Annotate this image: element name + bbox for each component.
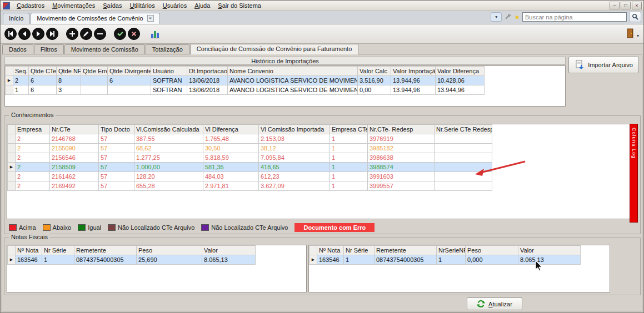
search-button[interactable] [629,12,641,22]
tab-current-label: Movimento de Comissões de Convênio [37,15,143,22]
confirm-button[interactable] [114,28,126,40]
last-record-button[interactable] [46,28,58,40]
maximize-button[interactable]: □ [621,2,631,9]
cancel-button[interactable] [128,28,140,40]
menu-sair-do-sistema[interactable]: Sair do Sistema [214,1,265,10]
menu-ajuda[interactable]: Ajuda [191,1,214,10]
col-dt-importacao[interactable]: Dt.Importacao [187,67,228,76]
chevron-down-icon[interactable]: ▾ [491,12,502,22]
atualizar-button[interactable]: Atualizar [467,297,522,310]
tab-movimento-comissoes[interactable]: Movimento de Comissões de Convênio × [31,13,159,24]
conhecimento-row[interactable]: 2 2156546 57 1.277,25 5.818,59 7.095,84 … [8,153,492,163]
col-usuario[interactable]: Usuário [151,67,187,76]
importar-arquivo-label: Importar Arquivo [588,62,633,68]
minimize-button[interactable]: – [610,2,620,9]
col-empresa-cte[interactable]: Empresa CTe [330,125,368,134]
col-no-nota[interactable]: Nº Nota [317,246,344,255]
plus-icon [69,31,76,37]
historico-title: Histórico de Importações [4,57,566,65]
toolbar-dropdown-icon[interactable]: ▾ [637,33,639,38]
chart-button[interactable] [148,27,162,41]
col-vl-comissao-calculada[interactable]: Vl.Comissão Calculada [134,125,203,134]
tab-conciliacao[interactable]: Conciliação de Comissão de Convênio para… [190,44,358,54]
notas-right-header-row: Nº Nota Nr Série Remetente NrSerieNF Pes… [309,246,581,255]
edit-record-button[interactable] [80,28,92,40]
conhecimento-row[interactable]: 2 2161462 57 128,20 484,03 612,23 1 3991… [8,172,492,181]
col-seq[interactable]: Seq. [13,67,29,76]
col-nr-serie-cte-redesp[interactable]: Nr.Serie CTe Redesp [435,125,492,134]
legend-nao-localizado2-color [201,224,209,231]
col-qtde-cte[interactable]: Qtde CTe [29,67,57,76]
star-icon[interactable]: ★ [514,14,520,21]
col-nrserienf[interactable]: NrSerieNF [437,246,466,255]
col-empresa[interactable]: Empresa [16,125,50,134]
col-valor-importacao[interactable]: Valor Importação [391,67,436,76]
notas-right-grid: Nº Nota Nr Série Remetente NrSerieNF Pes… [308,245,610,292]
menu-cadastros[interactable]: Cadastros [13,1,48,10]
search-input[interactable] [522,12,627,22]
col-qtde-nf[interactable]: Qtde NF [57,67,81,76]
col-peso[interactable]: Peso [466,246,518,255]
historico-row[interactable]: ▶ 2 6 8 6 SOFTRAN 13/06/2018 AVANCO LOGI… [6,76,485,85]
col-vl-diferenca[interactable]: Vl Diferença [203,125,259,134]
col-valor-calc[interactable]: Valor Calc [358,67,391,76]
conhecimento-row-selected[interactable]: ▶ 2 2158509 57 1.000,00 581,35 418,65 1 … [8,163,492,172]
tab-totalizacao[interactable]: Totalização [146,44,189,54]
tab-filtros[interactable]: Filtros [34,44,64,54]
col-qtde-divirgentes[interactable]: Qtde Divirgentes [108,67,151,76]
current-row-marker-icon: ▶ [8,255,16,265]
conhecimento-row[interactable]: 2 2155090 57 68,62 30,50 38,12 1 3985182 [8,144,492,153]
col-no-nota[interactable]: Nº Nota [16,246,42,255]
col-valor[interactable]: Valor [202,246,256,255]
nota-row[interactable]: ▶ 163546 1 08743754000305 1 0,000 8.065,… [309,255,581,265]
window-controls: – □ × [608,2,642,9]
exit-door-icon[interactable] [626,28,635,40]
col-peso[interactable]: Peso [137,246,202,255]
tab-close-icon[interactable]: × [147,15,154,22]
tab-movimento-de-comissao[interactable]: Movimento de Comissão [64,44,145,54]
notas-left-grid: Nº Nota Nr Série Remetente Peso Valor ▶ … [7,245,307,292]
tab-dados[interactable]: Dados [2,44,33,54]
col-valor-diferenca[interactable]: Valor Diferença [436,67,485,76]
importar-arquivo-button[interactable]: Importar Arquivo [568,57,639,73]
menu-movimentacoes[interactable]: Movimentações [48,1,99,10]
col-qtde-erro[interactable]: Qtde Erro [81,67,108,76]
conhecimento-row[interactable]: 2 2146768 57 387,55 1.765,48 2.153,03 1 … [8,134,492,144]
col-vl-comissao-importada[interactable]: Vl Comissão Importada [259,125,330,134]
bar-chart-icon [150,29,160,39]
conhecimentos-grid: Empresa Nr.CTe Tipo Docto Vl.Comissão Ca… [7,124,630,219]
col-nr-cte-redesp[interactable]: Nr.CTe- Redesp [368,125,435,134]
nota-row[interactable]: ▶ 163546 1 08743754000305 25,690 8.065,1… [8,255,256,265]
notas-fiscais-group-label: Notas Fiscais [9,234,50,240]
conhecimentos-group-label: Conhecimentos [9,112,56,118]
historico-header-row: Seq. Qtde CTe Qtde NF Qtde Erro Qtde Div… [6,67,485,76]
col-nr-serie[interactable]: Nr Série [42,246,74,255]
historico-grid: Seq. Qtde CTe Qtde NF Qtde Erro Qtde Div… [4,65,566,107]
first-record-button[interactable] [4,28,17,40]
menu-usuarios[interactable]: Usuários [159,1,191,10]
tab-inicio[interactable]: Início [3,13,29,24]
delete-record-button[interactable] [94,28,106,40]
close-button[interactable]: × [632,2,642,9]
current-row-marker-icon: ▶ [309,255,317,265]
legend-nao-localizado1-label: Não Localizado CTe Arquivo [118,224,194,231]
wrench-icon[interactable] [504,13,512,22]
conhecimentos-header-row: Empresa Nr.CTe Tipo Docto Vl.Comissão Ca… [8,125,492,134]
col-nr-cte[interactable]: Nr.CTe [50,125,99,134]
toolbar: ▾ [1,24,643,44]
col-remetente[interactable]: Remetente [74,246,137,255]
next-record-button[interactable] [32,28,44,40]
menu-saidas[interactable]: Saídas [99,1,126,10]
col-nr-serie[interactable]: Nr Série [344,246,375,255]
conhecimento-row[interactable]: 2 2169492 57 655,28 2.971,81 3.627,09 1 … [8,181,492,191]
previous-record-button[interactable] [18,28,31,40]
menu-utilitarios[interactable]: Utilitários [126,1,158,10]
col-valor[interactable]: Valor [518,246,581,255]
document-tabbar: Início Movimento de Comissões de Convêni… [1,11,643,24]
col-nome-convenio[interactable]: Nome Convenio [228,67,358,76]
col-remetente[interactable]: Remetente [375,246,437,255]
historico-row[interactable]: 1 6 3 SOFTRAN 13/06/2018 AVANCO LOGISTIC… [6,85,485,95]
documento-com-erro-badge: Documento com Erro [294,223,375,232]
col-tipo-docto[interactable]: Tipo Docto [99,125,134,134]
add-record-button[interactable] [66,28,78,40]
